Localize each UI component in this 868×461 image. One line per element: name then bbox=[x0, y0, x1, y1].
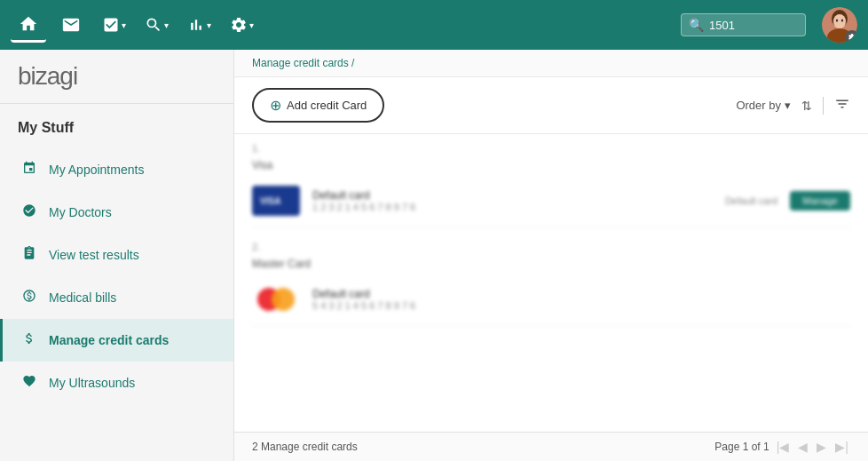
card-section-label-2: 2. bbox=[252, 242, 850, 252]
avatar-settings-badge[interactable] bbox=[845, 30, 857, 43]
order-by-label: Order by bbox=[736, 99, 781, 112]
card-number-2: 5 4 3 2 1 4 5 6 7 8 9 7 6 bbox=[312, 300, 850, 311]
main-layout: bizagi My Stuff My Appointments My Docto… bbox=[0, 50, 868, 461]
sidebar-item-label-doctors: My Doctors bbox=[49, 205, 112, 219]
logo: bizagi bbox=[18, 62, 77, 91]
appointments-icon bbox=[20, 161, 38, 179]
card-details-2: Default card 5 4 3 2 1 4 5 6 7 8 9 7 6 bbox=[312, 288, 850, 311]
card-visual-visa: VISA bbox=[252, 186, 300, 216]
toolbar-divider bbox=[823, 97, 824, 115]
sort-icon[interactable]: ⇅ bbox=[801, 99, 812, 113]
toolbar: ⊕ Add credit Card Order by ▾ ⇅ bbox=[234, 77, 868, 134]
toolbar-right: Order by ▾ ⇅ bbox=[736, 96, 850, 115]
nav-search-icon[interactable]: ▾ bbox=[138, 7, 174, 43]
card-list: 1. Visa VISA Default card 1 2 3 2 1 4 5 … bbox=[234, 134, 868, 432]
add-credit-card-button[interactable]: ⊕ Add credit Card bbox=[252, 88, 384, 123]
sidebar-item-appointments[interactable]: My Appointments bbox=[0, 148, 233, 191]
medical-bills-icon bbox=[20, 289, 38, 306]
breadcrumb: Manage credit cards / bbox=[234, 50, 868, 77]
card-visual-mastercard bbox=[252, 284, 300, 314]
sidebar: bizagi My Stuff My Appointments My Docto… bbox=[0, 50, 234, 461]
nav-inbox-icon[interactable] bbox=[53, 7, 89, 43]
tasks-caret-icon: ▾ bbox=[122, 20, 126, 30]
test-results-icon bbox=[20, 246, 38, 264]
card-number-1: 1 2 3 2 1 4 5 6 7 8 9 7 6 bbox=[312, 202, 713, 212]
card-section-1: 1. Visa VISA Default card 1 2 3 2 1 4 5 … bbox=[234, 134, 868, 233]
credit-cards-icon bbox=[20, 331, 38, 349]
sidebar-item-medical-bills[interactable]: Medical bills bbox=[0, 276, 233, 319]
sidebar-item-test-results[interactable]: View test results bbox=[0, 234, 233, 276]
search-input[interactable] bbox=[709, 19, 798, 32]
nav-tasks-icon[interactable]: ▾ bbox=[96, 7, 131, 43]
pagination: Page 1 of 1 |◀ ◀ ▶ ▶| bbox=[714, 440, 850, 454]
default-indicator-1: Default card bbox=[725, 195, 777, 206]
settings-caret-icon: ▾ bbox=[249, 20, 254, 30]
sidebar-item-label-medical-bills: Medical bills bbox=[49, 290, 116, 305]
sidebar-item-label-ultrasounds: My Ultrasounds bbox=[49, 376, 135, 390]
sidebar-item-credit-cards[interactable]: Manage credit cards bbox=[0, 319, 233, 362]
search-caret-icon: ▾ bbox=[164, 20, 169, 30]
add-icon: ⊕ bbox=[270, 97, 281, 114]
pagination-first-button[interactable]: |◀ bbox=[775, 440, 792, 454]
manage-button-1[interactable]: Manage bbox=[790, 191, 850, 211]
svg-text:VISA: VISA bbox=[260, 196, 281, 206]
order-by-button[interactable]: Order by ▾ bbox=[736, 99, 791, 112]
sidebar-item-doctors[interactable]: My Doctors bbox=[0, 191, 233, 234]
card-item-2[interactable]: Default card 5 4 3 2 1 4 5 6 7 8 9 7 6 bbox=[252, 274, 850, 326]
card-type-label-2: Master Card bbox=[252, 258, 850, 270]
card-section-label-1: 1. bbox=[252, 143, 850, 154]
card-name-1: Default card bbox=[312, 189, 713, 202]
nav-chart-icon[interactable]: ▾ bbox=[181, 7, 217, 43]
card-name-2: Default card bbox=[312, 288, 850, 300]
user-avatar[interactable] bbox=[822, 7, 857, 43]
content-area: Manage credit cards / ⊕ Add credit Card … bbox=[234, 50, 868, 461]
add-button-label: Add credit Card bbox=[287, 99, 367, 112]
footer-bar: 2 Manage credit cards Page 1 of 1 |◀ ◀ ▶… bbox=[234, 432, 868, 461]
search-box[interactable]: 🔍 bbox=[681, 13, 806, 36]
ultrasounds-icon bbox=[20, 374, 38, 392]
search-box-icon: 🔍 bbox=[689, 18, 704, 32]
pagination-next-button[interactable]: ▶ bbox=[815, 440, 828, 454]
svg-point-6 bbox=[841, 20, 843, 22]
pagination-prev-button[interactable]: ◀ bbox=[796, 440, 809, 454]
doctors-icon bbox=[20, 203, 38, 221]
svg-point-5 bbox=[836, 20, 838, 22]
filter-icon[interactable] bbox=[834, 96, 850, 115]
pagination-last-button[interactable]: ▶| bbox=[833, 440, 850, 454]
sidebar-item-label-appointments: My Appointments bbox=[49, 163, 144, 177]
sidebar-item-ultrasounds[interactable]: My Ultrasounds bbox=[0, 362, 233, 404]
card-item-1[interactable]: VISA Default card 1 2 3 2 1 4 5 6 7 8 9 … bbox=[252, 175, 850, 227]
chart-caret-icon: ▾ bbox=[207, 20, 211, 30]
page-label: Page 1 of 1 bbox=[714, 441, 769, 453]
nav-home-icon[interactable] bbox=[11, 7, 46, 43]
card-section-2: 2. Master Card Default card 5 4 3 2 1 4 … bbox=[234, 233, 868, 331]
sidebar-header: My Stuff bbox=[0, 104, 233, 148]
svg-point-4 bbox=[833, 14, 846, 28]
footer-count-label: 2 Manage credit cards bbox=[252, 441, 358, 453]
order-by-caret-icon: ▾ bbox=[785, 99, 791, 112]
card-type-label-1: Visa bbox=[252, 159, 850, 171]
sidebar-item-label-credit-cards: Manage credit cards bbox=[49, 333, 169, 347]
top-navigation: ▾ ▾ ▾ ▾ 🔍 bbox=[0, 0, 868, 50]
card-details-1: Default card 1 2 3 2 1 4 5 6 7 8 9 7 6 bbox=[312, 189, 713, 212]
sidebar-item-label-test-results: View test results bbox=[49, 248, 139, 262]
nav-settings-icon[interactable]: ▾ bbox=[224, 7, 259, 43]
logo-area: bizagi bbox=[0, 50, 233, 104]
breadcrumb-text: Manage credit cards / bbox=[252, 57, 354, 69]
